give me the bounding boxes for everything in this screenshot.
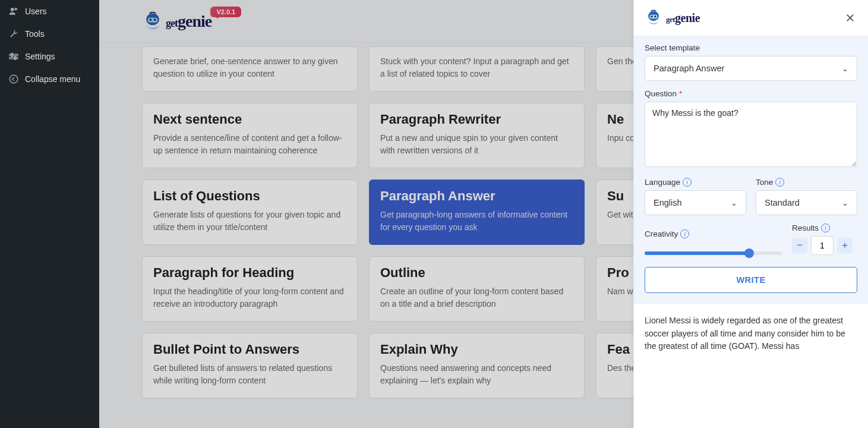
results-label: Results i bbox=[792, 224, 857, 232]
card-title: Paragraph Rewriter bbox=[380, 112, 573, 127]
sidebar-item-label: Users bbox=[25, 7, 47, 16]
card-title: Outline bbox=[380, 265, 573, 281]
info-icon[interactable]: i bbox=[775, 178, 784, 187]
card-title: Explain Why bbox=[380, 342, 573, 357]
template-card-paragraph-for-heading[interactable]: Paragraph for Heading Input the heading/… bbox=[142, 256, 358, 322]
svg-point-0 bbox=[11, 8, 14, 11]
creativity-slider[interactable] bbox=[645, 251, 782, 255]
template-cards-grid: Generate brief, one-sentence answer to a… bbox=[99, 43, 634, 398]
card-desc: Generate brief, one-sentence answer to a… bbox=[153, 55, 346, 80]
svg-point-6 bbox=[10, 75, 18, 83]
panel-brand-text: getgenie bbox=[666, 11, 700, 25]
card-title: List of Questions bbox=[153, 188, 346, 204]
card-desc: Input the heading/title of your long-for… bbox=[153, 285, 346, 310]
wrench-icon bbox=[8, 29, 19, 39]
svg-rect-2 bbox=[10, 54, 18, 55]
close-button[interactable] bbox=[843, 11, 857, 25]
template-select-value: Paragraph Answer bbox=[654, 64, 724, 73]
chevron-down-icon: ⌄ bbox=[731, 199, 737, 207]
panel-brand: getgenie bbox=[645, 8, 700, 27]
write-button[interactable]: WRITE bbox=[645, 267, 857, 293]
svg-rect-4 bbox=[11, 54, 12, 56]
results-stepper: − + bbox=[792, 236, 857, 255]
sidebar-item-settings[interactable]: Settings bbox=[0, 45, 99, 68]
template-card[interactable]: Su Get with bbox=[596, 180, 634, 245]
card-title: Pro bbox=[607, 265, 634, 281]
card-desc: Gen the bbox=[607, 55, 634, 68]
results-increment[interactable]: + bbox=[837, 238, 853, 253]
card-title: Su bbox=[607, 188, 634, 204]
tone-select[interactable]: Standard ⌄ bbox=[756, 190, 857, 215]
card-desc: Generate lists of questions for your giv… bbox=[153, 209, 346, 234]
template-card-explain-why[interactable]: Explain Why Questions need answering and… bbox=[369, 333, 585, 398]
card-desc: Provide a sentence/line of content and g… bbox=[153, 132, 346, 157]
version-badge: V2.0.1 bbox=[210, 7, 241, 17]
card-desc: Get with bbox=[607, 209, 634, 221]
svg-rect-12 bbox=[649, 15, 658, 19]
card-desc: Put a new and unique spin to your given … bbox=[380, 132, 573, 157]
template-card[interactable]: Generate brief, one-sentence answer to a… bbox=[142, 46, 358, 92]
svg-point-10 bbox=[154, 18, 156, 21]
chevron-down-icon: ⌄ bbox=[842, 199, 848, 207]
template-card-next-sentence[interactable]: Next sentence Provide a sentence/line of… bbox=[142, 103, 358, 168]
language-value: English bbox=[654, 198, 682, 207]
sidebar-item-tools[interactable]: Tools bbox=[0, 23, 99, 45]
card-title: Paragraph Answer bbox=[380, 188, 573, 204]
svg-point-9 bbox=[150, 18, 152, 21]
chevron-down-icon: ⌄ bbox=[842, 64, 848, 73]
sidebar-item-label: Collapse menu bbox=[25, 74, 80, 84]
settings-icon bbox=[8, 51, 19, 62]
template-card-paragraph-rewriter[interactable]: Paragraph Rewriter Put a new and unique … bbox=[369, 103, 585, 168]
genie-mascot-icon bbox=[142, 10, 163, 33]
sidebar-item-label: Tools bbox=[25, 29, 45, 39]
sidebar-item-collapse[interactable]: Collapse menu bbox=[0, 68, 99, 90]
card-desc: Get bulleted lists of answers to related… bbox=[153, 362, 346, 387]
info-icon[interactable]: i bbox=[680, 229, 689, 238]
info-icon[interactable]: i bbox=[821, 224, 830, 232]
template-card[interactable]: Gen the bbox=[596, 46, 634, 92]
main-area: getgenie V2.0.1 Generate brief, one-sent… bbox=[99, 0, 634, 428]
language-select[interactable]: English ⌄ bbox=[645, 190, 746, 215]
brand-text: getgenie bbox=[166, 12, 212, 31]
slider-handle[interactable] bbox=[744, 248, 754, 258]
output-text: Lionel Messi is widely regarded as one o… bbox=[634, 304, 868, 428]
card-title: Paragraph for Heading bbox=[153, 265, 346, 281]
info-icon[interactable]: i bbox=[683, 178, 692, 187]
question-label: Question* bbox=[645, 89, 857, 98]
template-card-paragraph-answer[interactable]: Paragraph Answer Get paragraph-long answ… bbox=[369, 180, 585, 245]
svg-point-14 bbox=[655, 15, 656, 17]
language-label: Language i bbox=[645, 178, 746, 187]
tone-label: Tone i bbox=[756, 178, 857, 187]
template-card-outline[interactable]: Outline Create an outline of your long-f… bbox=[369, 256, 585, 322]
template-card[interactable]: Ne Inpu cont bbox=[596, 103, 634, 168]
panel-header: getgenie bbox=[634, 0, 868, 36]
card-desc: Questions need answering and concepts ne… bbox=[380, 362, 573, 387]
card-desc: Create an outline of your long-form cont… bbox=[380, 285, 573, 310]
card-title: Ne bbox=[607, 112, 634, 127]
results-input[interactable] bbox=[811, 236, 834, 255]
card-desc: Stuck with your content? Input a paragra… bbox=[380, 55, 573, 80]
creativity-label: Creativity i bbox=[645, 229, 782, 238]
panel-form: Select template Paragraph Answer ⌄ Quest… bbox=[634, 36, 868, 304]
admin-sidebar: Users Tools Settings Collapse menu bbox=[0, 0, 99, 428]
sidebar-item-label: Settings bbox=[25, 52, 55, 61]
template-card-list-of-questions[interactable]: List of Questions Generate lists of ques… bbox=[142, 180, 358, 245]
svg-rect-8 bbox=[148, 17, 157, 22]
users-icon bbox=[8, 6, 19, 17]
logo-bar: getgenie V2.0.1 bbox=[99, 0, 634, 43]
template-card[interactable]: Stuck with your content? Input a paragra… bbox=[369, 46, 585, 92]
results-decrement[interactable]: − bbox=[792, 238, 807, 253]
sidebar-item-users[interactable]: Users bbox=[0, 0, 99, 23]
select-template-label: Select template bbox=[645, 43, 857, 52]
genie-side-panel: getgenie Select template Paragraph Answe… bbox=[633, 0, 868, 428]
card-desc: Nam write bbox=[607, 285, 634, 298]
question-input[interactable] bbox=[645, 102, 857, 167]
svg-rect-3 bbox=[10, 58, 18, 59]
brand-logo: getgenie V2.0.1 bbox=[142, 10, 212, 33]
card-title: Fea bbox=[607, 342, 634, 357]
template-card[interactable]: Fea Des the bbox=[596, 333, 634, 398]
template-card[interactable]: Pro Nam write bbox=[596, 256, 634, 322]
collapse-icon bbox=[8, 74, 19, 84]
template-card-bullet-point-to-answers[interactable]: Bullet Point to Answers Get bulleted lis… bbox=[142, 333, 358, 398]
template-select[interactable]: Paragraph Answer ⌄ bbox=[645, 56, 857, 81]
